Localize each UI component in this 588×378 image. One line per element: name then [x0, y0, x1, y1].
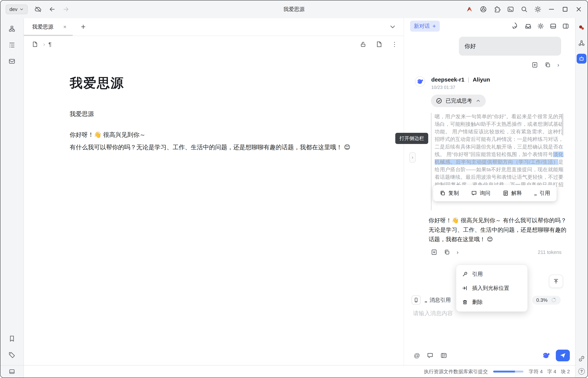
tab-label: 我爱思源 — [32, 23, 53, 30]
main-row: 我爱思源 × + › ¶ — [24, 18, 575, 365]
ai-chat-panel-icon[interactable] — [577, 54, 587, 64]
char-count: 字符 4 — [529, 368, 543, 375]
new-chat-label: 新对话 — [414, 23, 430, 30]
menu-item-delete[interactable]: 删除 — [459, 295, 525, 309]
save-to-doc-icon[interactable] — [532, 62, 538, 68]
menu-item-quote[interactable]: 引用 — [459, 267, 525, 281]
word-count: 字 4 — [547, 368, 556, 375]
titlebar: dev 我爱思源 — [0, 0, 588, 18]
tab-list-chevron-icon[interactable] — [389, 24, 396, 30]
assistant-response: 你好呀！👋 很高兴见到你～ 有什么我可以帮你的吗？无论是学习、工作、生活中的问题… — [429, 216, 566, 244]
user-message-actions: › — [412, 62, 559, 68]
theme-sun-icon[interactable] — [534, 6, 541, 13]
quote-action-label: 引用 — [540, 189, 550, 197]
progress-ring-icon — [551, 297, 557, 303]
bookmark-icon[interactable] — [6, 333, 18, 345]
message-reference-chip[interactable]: „ 消息引用 — [424, 297, 451, 304]
left-dock — [0, 18, 24, 378]
paragraph-mark-icon[interactable]: ¶ — [48, 41, 52, 47]
titlebar-left: dev — [6, 4, 70, 14]
menu-item-insert-label: 插入到光标位置 — [472, 284, 509, 292]
devtools-icon[interactable] — [480, 6, 487, 13]
dev-workspace-button[interactable]: dev — [6, 4, 28, 14]
chat-history-icon[interactable] — [512, 23, 519, 29]
tab-close-icon[interactable]: × — [63, 24, 67, 30]
context-panel-icon[interactable] — [412, 296, 421, 305]
siyuan-dev-logo-icon[interactable] — [466, 5, 473, 13]
doc-tree-icon[interactable] — [6, 23, 18, 35]
settings-gear-icon[interactable] — [537, 23, 544, 29]
breadcrumb-doc-icon[interactable] — [30, 39, 40, 49]
more-options-icon[interactable]: ⋮ — [392, 41, 398, 48]
expand-chevron-icon[interactable]: › — [457, 249, 459, 255]
save-to-doc-icon[interactable] — [431, 249, 437, 256]
mention-at-icon[interactable]: @ — [414, 352, 420, 359]
document-paragraph[interactable]: 有什么我可以帮你的吗？无论是学习、工作、生活中的问题，还是想聊聊有趣的话题，我都… — [70, 141, 350, 153]
menu-item-quote-label: 引用 — [472, 270, 483, 278]
pane-splitter[interactable] — [404, 18, 408, 365]
breadcrumb-separator: › — [43, 41, 45, 47]
tag-icon[interactable] — [6, 349, 18, 361]
assistant-meta: deepseek-r1 | Aliyun 10/23 01:37 — [431, 76, 490, 90]
prompt-bubble-icon[interactable] — [427, 352, 434, 359]
layout-right-icon[interactable] — [562, 23, 569, 29]
thinking-scrollbar[interactable] — [562, 113, 563, 135]
insert-cursor-icon — [462, 285, 468, 291]
ask-action[interactable]: 询问 — [471, 189, 490, 197]
cloud-sync-off-icon[interactable] — [34, 6, 42, 13]
right-status-cell: ? — [575, 365, 588, 378]
scroll-to-top-button[interactable] — [549, 275, 563, 288]
backlink-icon[interactable] — [577, 354, 587, 364]
provider-name: Aliyun — [473, 76, 490, 83]
help-icon[interactable]: ? — [578, 368, 585, 375]
close-button[interactable] — [575, 6, 582, 13]
doc-info-icon[interactable] — [376, 41, 382, 48]
copy-icon[interactable] — [545, 62, 551, 68]
context-percent: 0.3% — [536, 297, 547, 303]
input-right-controls — [542, 350, 570, 361]
assistant-name-row: deepseek-r1 | Aliyun — [431, 76, 490, 83]
document-paragraph[interactable]: 你好呀！👋 很高兴见到你～ — [70, 128, 370, 141]
dock-panel-icon[interactable] — [9, 368, 15, 375]
send-button[interactable] — [556, 350, 570, 361]
layout-bottom-icon[interactable] — [550, 23, 557, 29]
thinking-toggle[interactable]: 已完成思考 — [431, 94, 486, 107]
copy-action[interactable]: 复制 — [440, 189, 459, 197]
chat-messages: 你好 › — [408, 34, 575, 293]
expand-chevron-icon[interactable]: › — [557, 62, 559, 68]
editor-pane: 我爱思源 × + › ¶ — [24, 18, 404, 365]
back-arrow-icon[interactable] — [48, 6, 56, 13]
splitter-handle[interactable]: › — [409, 152, 416, 163]
quote-action[interactable]: „ 引用 — [534, 189, 550, 197]
titlebar-right — [466, 5, 582, 13]
model-logo-icon[interactable] — [542, 351, 550, 359]
inbox-icon[interactable] — [6, 55, 18, 67]
thinking-text: 嗯，用户发来一句简单的“你好”。看起来是个很常见的开场白，可能刚接触AI助手不太… — [435, 114, 563, 157]
unlock-icon[interactable] — [360, 41, 366, 48]
forward-arrow-icon[interactable] — [62, 6, 70, 13]
document-paragraph[interactable]: 我爱思源 — [70, 110, 370, 118]
template-card-icon[interactable] — [440, 352, 447, 359]
context-menu: 引用 插入到光标位置 删除 — [456, 265, 528, 312]
search-icon[interactable] — [521, 6, 528, 13]
minimize-button[interactable] — [548, 6, 555, 13]
plugin-colored-icon[interactable] — [577, 23, 587, 33]
left-status-cell — [0, 365, 24, 378]
ask-bubble-icon — [471, 190, 477, 196]
selection-toolbar: 复制 询问 解释 „ 引用 — [433, 185, 557, 201]
new-tab-button[interactable]: + — [81, 22, 86, 31]
tab-active[interactable]: 我爱思源 × — [24, 18, 73, 36]
explain-action[interactable]: 解释 — [503, 189, 522, 197]
menu-item-insert-at-cursor[interactable]: 插入到光标位置 — [459, 281, 525, 295]
terminal-icon[interactable] — [507, 6, 514, 13]
message-reference-label: 消息引用 — [430, 297, 451, 304]
maximize-button[interactable] — [561, 6, 569, 13]
copy-icon[interactable] — [444, 249, 450, 256]
center-column: 我爱思源 × + › ¶ — [24, 18, 575, 378]
document-title[interactable]: 我爱思源 — [70, 75, 370, 92]
archive-tray-icon[interactable] — [525, 23, 532, 29]
new-chat-button[interactable]: 新对话 + — [410, 21, 440, 32]
outline-icon[interactable] — [6, 39, 18, 51]
relation-graph-icon[interactable] — [577, 38, 587, 48]
extensions-puzzle-icon[interactable] — [493, 6, 501, 13]
